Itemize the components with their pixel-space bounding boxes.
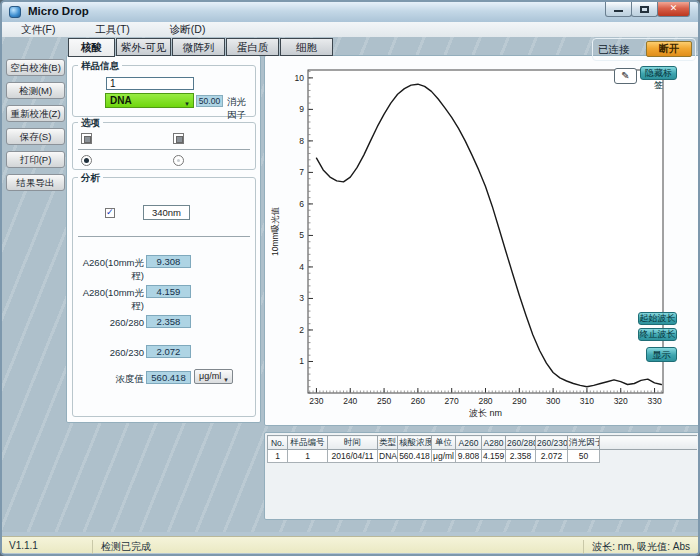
- analysis-value-5: 560.418: [146, 371, 191, 384]
- analysis-label-4: 260/230: [73, 347, 144, 358]
- table-row[interactable]: 112016/04/11DNA560.418μg/ml9.8084.1592.3…: [268, 450, 698, 463]
- table-cell: 1: [268, 450, 288, 463]
- analysis-label-2: A280(10mm光程): [73, 287, 144, 313]
- table-cell: 2.072: [536, 450, 568, 463]
- start-wavelength-button[interactable]: 起始波长: [638, 312, 677, 325]
- maximize-icon: [640, 6, 649, 13]
- end-wavelength-button[interactable]: 终止波长: [638, 328, 677, 341]
- annotate-button[interactable]: ✎: [614, 68, 637, 84]
- sidebar-button-5[interactable]: 打印(P): [6, 151, 65, 168]
- status-bar: V1.1.1 检测已完成 波长: nm, 吸光值: Abs: [2, 536, 698, 553]
- options-divider: [78, 149, 250, 150]
- svg-text:10: 10: [295, 73, 305, 83]
- tab-3[interactable]: 微阵列: [172, 38, 225, 56]
- sidebar-button-1[interactable]: 空白校准(B): [6, 59, 65, 76]
- menu-item-1[interactable]: 文件(F): [12, 23, 64, 37]
- svg-text:7: 7: [299, 167, 304, 177]
- analysis-label-5: 浓度值: [73, 373, 144, 386]
- table-header-11[interactable]: 消光因子: [568, 436, 600, 450]
- analysis-value-3: 2.358: [146, 315, 191, 328]
- window-controls: ✕: [606, 2, 690, 17]
- window-title: Micro Drop: [28, 5, 89, 17]
- table-header-8[interactable]: A280: [482, 436, 506, 450]
- sidebar-button-3[interactable]: 重新校准(Z): [6, 105, 65, 122]
- tab-4[interactable]: 蛋白质: [226, 38, 279, 56]
- analysis-value-2: 4.159: [146, 285, 191, 298]
- app-window: Micro Drop ✕ 文件(F)工具(T)诊断(D) 核酸紫外-可见微阵列蛋…: [0, 0, 700, 556]
- concentration-unit-value: μg/ml: [199, 371, 221, 381]
- status-message: 检测已完成: [92, 540, 151, 554]
- svg-text:1: 1: [299, 356, 304, 366]
- chevron-down-icon: ▼: [223, 374, 229, 387]
- connection-group: 已连接 断开: [592, 38, 696, 61]
- svg-text:3: 3: [299, 293, 304, 303]
- svg-text:260: 260: [411, 396, 425, 406]
- option-checkbox-1[interactable]: [81, 133, 92, 144]
- table-cell: 4.159: [482, 450, 506, 463]
- analysis-group: 分析 A260(10mm光程)9.308A280(10mm光程)4.159260…: [72, 177, 256, 417]
- close-button[interactable]: ✕: [657, 2, 690, 17]
- option-checkbox-2[interactable]: [173, 133, 184, 144]
- minimize-icon: [614, 10, 623, 12]
- table-cell: 2.358: [506, 450, 536, 463]
- maximize-button[interactable]: [631, 2, 658, 17]
- table-header-7[interactable]: A260: [456, 436, 482, 450]
- svg-text:230: 230: [309, 396, 323, 406]
- tab-1[interactable]: 核酸: [68, 38, 115, 57]
- svg-text:9: 9: [299, 104, 304, 114]
- extinction-factor-label: 消光因子: [227, 96, 255, 122]
- menu-item-2[interactable]: 工具(T): [86, 23, 138, 37]
- close-icon: ✕: [670, 3, 678, 13]
- tab-5[interactable]: 细胞: [280, 38, 333, 56]
- option-radio-1[interactable]: [81, 155, 92, 166]
- sidebar-button-2[interactable]: 检测(M): [6, 82, 65, 99]
- svg-text:320: 320: [614, 396, 628, 406]
- sample-type-select[interactable]: DNA ▼: [105, 93, 194, 108]
- svg-text:4: 4: [299, 262, 304, 272]
- sample-id-input[interactable]: [106, 77, 194, 90]
- concentration-unit-select[interactable]: μg/ml ▼: [194, 369, 233, 384]
- connection-status: 已连接: [598, 43, 630, 57]
- svg-text:240: 240: [343, 396, 357, 406]
- wavelength-checkbox[interactable]: [105, 208, 115, 218]
- wavelength-input[interactable]: [143, 205, 190, 220]
- chevron-down-icon: ▼: [184, 98, 190, 111]
- sample-type-value: DNA: [110, 95, 132, 106]
- svg-text:波长 nm: 波长 nm: [469, 408, 502, 418]
- table-header-9[interactable]: 260/280: [506, 436, 536, 450]
- table-cell: 1: [288, 450, 328, 463]
- analysis-value-1: 9.308: [146, 255, 191, 268]
- table-cell: 50: [568, 450, 600, 463]
- svg-text:5: 5: [299, 230, 304, 240]
- table-header-10[interactable]: 260/230: [536, 436, 568, 450]
- table-header-6[interactable]: 单位: [432, 436, 456, 450]
- table-header-5[interactable]: 核酸浓度: [398, 436, 432, 450]
- measurement-info: 波长: nm, 吸光值: Abs: [583, 540, 690, 554]
- tab-2[interactable]: 紫外-可见: [116, 38, 171, 56]
- disconnect-button[interactable]: 断开: [646, 41, 692, 57]
- extinction-factor-field[interactable]: 50.00: [196, 95, 223, 107]
- menu-bar: 文件(F)工具(T)诊断(D): [2, 22, 698, 38]
- table-header-2[interactable]: 样品编号: [288, 436, 328, 450]
- menu-item-3[interactable]: 诊断(D): [161, 23, 215, 37]
- option-radio-2[interactable]: [173, 155, 184, 166]
- sidebar-button-6[interactable]: 结果导出: [6, 174, 65, 191]
- table-header-3[interactable]: 时间: [328, 436, 378, 450]
- options-group: 选项: [72, 122, 256, 170]
- left-panel: 样品信息 DNA ▼ 50.00 消光因子 选项 分析 A260(10mm光程)…: [66, 55, 261, 423]
- svg-text:310: 310: [580, 396, 594, 406]
- hide-labels-button[interactable]: 隐藏标签: [640, 66, 677, 80]
- svg-text:10mm吸光值: 10mm吸光值: [270, 206, 280, 256]
- chart-panel: 2302402502602702802903003103203301234567…: [264, 55, 700, 426]
- svg-text:280: 280: [478, 396, 492, 406]
- table-cell: μg/ml: [432, 450, 456, 463]
- show-button[interactable]: 显示: [646, 347, 677, 362]
- sidebar-button-4[interactable]: 保存(S): [6, 128, 65, 145]
- analysis-divider: [78, 236, 250, 237]
- analysis-title: 分析: [78, 172, 103, 185]
- table-header-filler: [600, 436, 698, 450]
- analysis-value-4: 2.072: [146, 345, 191, 358]
- table-header-4[interactable]: 类型: [378, 436, 398, 450]
- table-header-1[interactable]: No.: [268, 436, 288, 450]
- minimize-button[interactable]: [605, 2, 632, 17]
